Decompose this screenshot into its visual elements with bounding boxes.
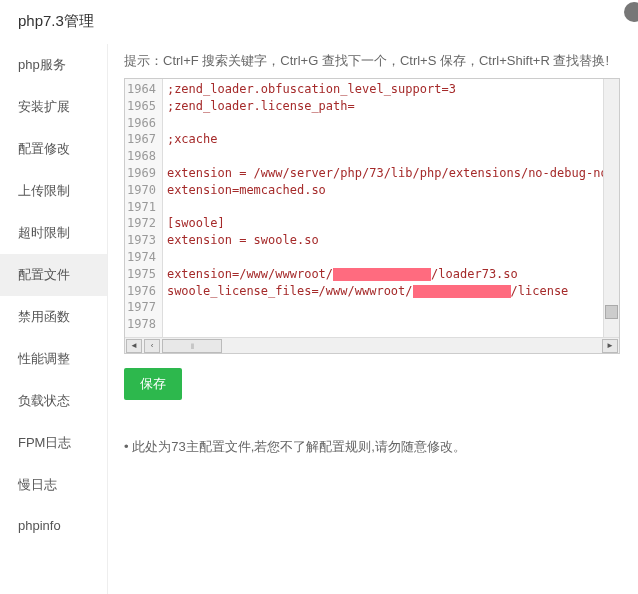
save-button[interactable]: 保存 <box>124 368 182 400</box>
code-line <box>167 148 615 165</box>
redacted-text <box>333 268 431 281</box>
sidebar: php服务安装扩展配置修改上传限制超时限制配置文件禁用函数性能调整负载状态FPM… <box>0 44 108 594</box>
sidebar-item-6[interactable]: 禁用函数 <box>0 296 107 338</box>
body: php服务安装扩展配置修改上传限制超时限制配置文件禁用函数性能调整负载状态FPM… <box>0 44 638 594</box>
line-gutter: 1964196519661967196819691970197119721973… <box>125 79 163 337</box>
sidebar-item-9[interactable]: FPM日志 <box>0 422 107 464</box>
code-line <box>167 199 615 216</box>
code-line: [swoole] <box>167 215 615 232</box>
sidebar-item-4[interactable]: 超时限制 <box>0 212 107 254</box>
horizontal-scrollbar[interactable]: ◄ ‹ ⦀ ► <box>125 337 619 353</box>
code-line: extension = swoole.so <box>167 232 615 249</box>
sidebar-item-5[interactable]: 配置文件 <box>0 254 107 296</box>
code-line: ;xcache <box>167 131 615 148</box>
code-line: swoole_license_files=/www/wwwroot//licen… <box>167 283 615 300</box>
main-panel: 提示：Ctrl+F 搜索关键字，Ctrl+G 查找下一个，Ctrl+S 保存，C… <box>108 44 638 594</box>
hint-text: 提示：Ctrl+F 搜索关键字，Ctrl+G 查找下一个，Ctrl+S 保存，C… <box>124 52 622 70</box>
sidebar-item-3[interactable]: 上传限制 <box>0 170 107 212</box>
code-line <box>167 249 615 266</box>
code-line <box>167 299 615 316</box>
vertical-scrollbar[interactable] <box>603 79 619 337</box>
sidebar-item-7[interactable]: 性能调整 <box>0 338 107 380</box>
code-line: ;zend_loader.obfuscation_level_support=3 <box>167 81 615 98</box>
sidebar-item-2[interactable]: 配置修改 <box>0 128 107 170</box>
code-line <box>167 316 615 333</box>
code-editor[interactable]: 1964196519661967196819691970197119721973… <box>124 78 620 354</box>
config-note: 此处为73主配置文件,若您不了解配置规则,请勿随意修改。 <box>124 438 622 456</box>
sidebar-item-8[interactable]: 负载状态 <box>0 380 107 422</box>
horizontal-scroll-thumb[interactable]: ⦀ <box>162 339 222 353</box>
scroll-right-button[interactable]: ► <box>602 339 618 353</box>
vertical-scroll-thumb[interactable] <box>605 305 618 319</box>
close-icon[interactable] <box>624 2 638 22</box>
code-line: extension=memcached.so <box>167 182 615 199</box>
page-title: php7.3管理 <box>0 0 638 44</box>
sidebar-item-0[interactable]: php服务 <box>0 44 107 86</box>
sidebar-item-11[interactable]: phpinfo <box>0 506 107 545</box>
sidebar-item-10[interactable]: 慢日志 <box>0 464 107 506</box>
redacted-text <box>413 285 511 298</box>
scroll-step-left-button[interactable]: ‹ <box>144 339 160 353</box>
code-line: ;zend_loader.license_path= <box>167 98 615 115</box>
sidebar-item-1[interactable]: 安装扩展 <box>0 86 107 128</box>
scroll-left-button[interactable]: ◄ <box>126 339 142 353</box>
code-line: extension=/www/wwwroot//loader73.so <box>167 266 615 283</box>
code-line: extension = /www/server/php/73/lib/php/e… <box>167 165 615 182</box>
code-area[interactable]: ;zend_loader.obfuscation_level_support=3… <box>163 79 619 337</box>
code-line <box>167 115 615 132</box>
